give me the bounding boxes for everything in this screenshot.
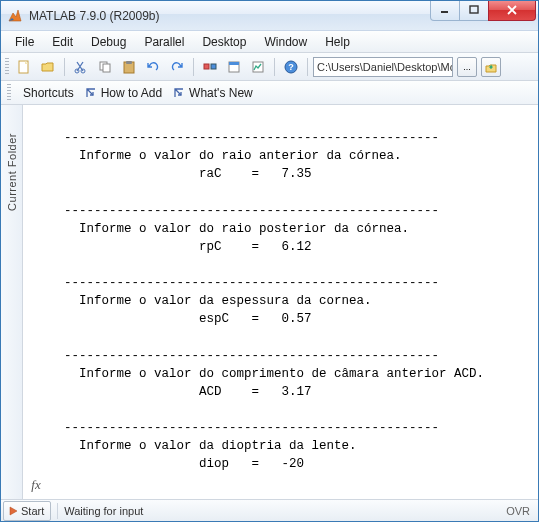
start-icon xyxy=(7,505,19,517)
start-button-label: Start xyxy=(21,505,44,517)
current-folder-path[interactable]: C:\Users\Daniel\Desktop\Mo xyxy=(313,57,453,77)
toolbar-separator xyxy=(307,58,308,76)
menu-help[interactable]: Help xyxy=(317,33,358,51)
status-separator xyxy=(57,503,58,519)
new-file-button[interactable] xyxy=(13,56,35,78)
menu-desktop[interactable]: Desktop xyxy=(194,33,254,51)
shortcuts-whats-new-label: What's New xyxy=(189,86,253,100)
svg-rect-12 xyxy=(211,64,216,69)
svg-rect-14 xyxy=(229,62,239,65)
main-area: Current Folder fx ----------------------… xyxy=(1,105,538,499)
path-text: C:\Users\Daniel\Desktop\Mo xyxy=(317,61,453,73)
start-button[interactable]: Start xyxy=(3,501,51,521)
toolbar-separator xyxy=(274,58,275,76)
menu-bar: File Edit Debug Parallel Desktop Window … xyxy=(1,31,538,53)
shortcuts-how-to-add[interactable]: How to Add xyxy=(84,86,162,100)
simulink-button[interactable] xyxy=(199,56,221,78)
toolbar-grip[interactable] xyxy=(5,58,9,76)
menu-file[interactable]: File xyxy=(7,33,42,51)
menu-window[interactable]: Window xyxy=(256,33,315,51)
close-button[interactable] xyxy=(488,1,536,21)
undo-button[interactable] xyxy=(142,56,164,78)
menu-debug[interactable]: Debug xyxy=(83,33,134,51)
status-bar: Start Waiting for input OVR xyxy=(1,499,538,521)
shortcuts-whats-new[interactable]: What's New xyxy=(172,86,253,100)
menu-parallel[interactable]: Parallel xyxy=(136,33,192,51)
browse-folder-button[interactable]: ... xyxy=(457,57,477,77)
window-title: MATLAB 7.9.0 (R2009b) xyxy=(29,9,431,23)
fx-prompt-icon[interactable]: fx xyxy=(31,477,40,493)
current-folder-tab[interactable]: Current Folder xyxy=(1,105,23,499)
redo-button[interactable] xyxy=(166,56,188,78)
command-window-output[interactable]: ----------------------------------------… xyxy=(49,105,538,499)
title-bar: MATLAB 7.9.0 (R2009b) xyxy=(1,1,538,31)
ovr-indicator: OVR xyxy=(498,505,538,517)
shortcuts-label: Shortcuts xyxy=(23,86,74,100)
matlab-icon xyxy=(7,8,23,24)
guide-button[interactable] xyxy=(223,56,245,78)
profiler-button[interactable] xyxy=(247,56,269,78)
window-buttons xyxy=(431,6,536,26)
toolbar-separator xyxy=(64,58,65,76)
shortcuts-grip[interactable] xyxy=(7,84,11,102)
svg-rect-10 xyxy=(126,61,132,64)
current-folder-tab-label: Current Folder xyxy=(6,133,18,211)
command-window: fx -------------------------------------… xyxy=(23,105,538,499)
paste-button[interactable] xyxy=(118,56,140,78)
svg-rect-11 xyxy=(204,64,209,69)
svg-rect-8 xyxy=(103,64,110,72)
cut-button[interactable] xyxy=(70,56,92,78)
help-button[interactable]: ? xyxy=(280,56,302,78)
up-folder-button[interactable] xyxy=(481,57,501,77)
shortcuts-how-to-add-label: How to Add xyxy=(101,86,162,100)
whats-new-icon xyxy=(172,86,186,100)
open-file-button[interactable] xyxy=(37,56,59,78)
status-message: Waiting for input xyxy=(62,505,498,517)
minimize-button[interactable] xyxy=(430,1,460,21)
svg-text:?: ? xyxy=(288,62,294,72)
toolbar-separator xyxy=(193,58,194,76)
copy-button[interactable] xyxy=(94,56,116,78)
fx-gutter: fx xyxy=(23,105,49,499)
how-to-add-icon xyxy=(84,86,98,100)
svg-rect-1 xyxy=(470,6,478,13)
toolbar: ? C:\Users\Daniel\Desktop\Mo ... xyxy=(1,53,538,81)
maximize-button[interactable] xyxy=(459,1,489,21)
menu-edit[interactable]: Edit xyxy=(44,33,81,51)
shortcuts-bar: Shortcuts How to Add What's New xyxy=(1,81,538,105)
